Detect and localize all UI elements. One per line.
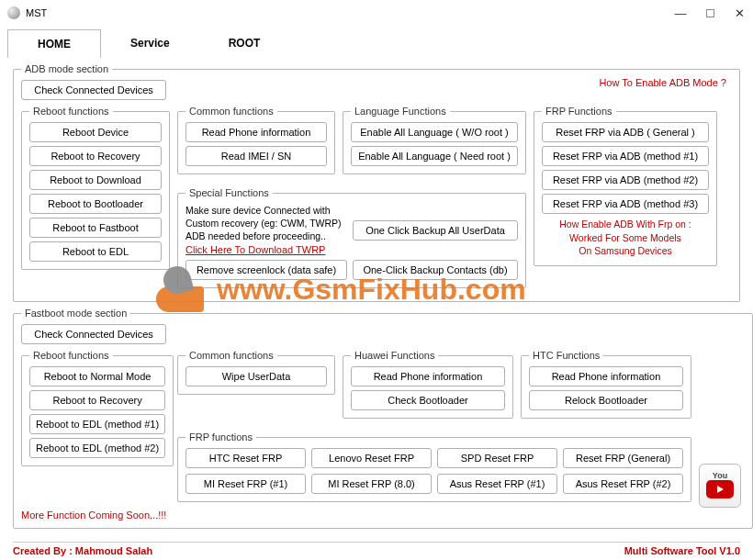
adb-reboot-group: Reboot functions Reboot Device Reboot to… bbox=[21, 106, 170, 270]
frp-note-line3: On Samsung Devices bbox=[542, 244, 709, 258]
enable-lang-needroot-button[interactable]: Enable All Language ( Need root ) bbox=[351, 146, 518, 166]
htc-legend: HTC Functions bbox=[529, 350, 603, 361]
frp-asus2-button[interactable]: Asus Reset FRP (#2) bbox=[563, 474, 683, 494]
fb-frp-legend: FRP functions bbox=[185, 431, 256, 442]
fb-reboot-edl1-button[interactable]: Reboot to EDL (method #1) bbox=[29, 414, 165, 434]
huawei-legend: Huawei Functions bbox=[351, 350, 438, 361]
maximize-button[interactable] bbox=[703, 6, 716, 19]
special-text-1: Make sure device Connected with Custom r… bbox=[185, 204, 347, 230]
frp-lenovo-button[interactable]: Lenovo Reset FRP bbox=[311, 448, 432, 468]
fb-reboot-edl2-button[interactable]: Reboot to EDL (method #2) bbox=[29, 438, 165, 458]
tab-home[interactable]: HOME bbox=[7, 29, 101, 58]
adb-common-legend: Common functions bbox=[185, 106, 277, 117]
reboot-bootloader-button[interactable]: Reboot to Bootloader bbox=[29, 194, 162, 214]
twrp-download-link[interactable]: Click Here To Download TWRP bbox=[185, 244, 325, 255]
adb-frp-group: FRP Functions Reset FRP via ADB ( Genera… bbox=[534, 106, 717, 266]
tab-root[interactable]: ROOT bbox=[199, 29, 290, 58]
minimize-button[interactable]: — bbox=[674, 6, 687, 19]
backup-contacts-button[interactable]: One-Click Backup Contacts (db) bbox=[353, 260, 518, 280]
remove-screenlock-button[interactable]: Remove screenlock (data safe) bbox=[185, 260, 347, 280]
frp-mi1-button[interactable]: MI Reset FRP (#1) bbox=[185, 474, 306, 494]
app-title: MST bbox=[26, 7, 47, 18]
frp-note: How Enable ADB With Frp on : Worked For … bbox=[542, 218, 709, 258]
adb-legend: ADB mode section bbox=[21, 63, 112, 74]
reboot-device-button[interactable]: Reboot Device bbox=[29, 122, 162, 142]
youtube-button[interactable]: You bbox=[699, 464, 741, 508]
frp-asus1-button[interactable]: Asus Reset FRP (#1) bbox=[437, 474, 557, 494]
fastboot-common-group: Common functions Wipe UserData bbox=[177, 350, 335, 395]
fb-reboot-normal-button[interactable]: Reboot to Normal Mode bbox=[29, 366, 165, 386]
frp-general-button[interactable]: Reset FRP via ADB ( General ) bbox=[542, 122, 709, 142]
fastboot-reboot-group: Reboot functions Reboot to Normal Mode R… bbox=[21, 350, 174, 466]
frp-spd-button[interactable]: SPD Reset FRP bbox=[437, 448, 557, 468]
close-button[interactable]: ✕ bbox=[733, 6, 746, 19]
frp-mi80-button[interactable]: MI Reset FRP (8.0) bbox=[311, 474, 432, 494]
enable-lang-woroot-button[interactable]: Enable All Language ( W/O root ) bbox=[351, 122, 518, 142]
youtube-icon bbox=[706, 480, 734, 498]
huawei-group: Huawei Functions Read Phone information … bbox=[343, 350, 513, 419]
reboot-edl-button[interactable]: Reboot to EDL bbox=[29, 241, 162, 262]
footer-credit: Created By : Mahmoud Salah bbox=[13, 545, 152, 556]
how-enable-adb-link[interactable]: How To Enable ADB Mode ? bbox=[599, 77, 726, 88]
frp-note-line2: Worked For Some Models bbox=[542, 231, 709, 245]
fastboot-section: Fastboot mode section Check Connected De… bbox=[13, 308, 753, 529]
fb-reboot-recovery-button[interactable]: Reboot to Recovery bbox=[29, 390, 165, 410]
tab-service[interactable]: Service bbox=[101, 29, 199, 58]
adb-lang-legend: Language Functions bbox=[351, 106, 450, 117]
frp-m2-button[interactable]: Reset FRP via ADB (method #2) bbox=[542, 170, 709, 190]
fb-common-legend: Common functions bbox=[185, 350, 277, 361]
special-text-2: ADB needed before proceeding.. bbox=[185, 230, 347, 242]
huawei-check-bl-button[interactable]: Check Bootloader bbox=[351, 390, 505, 410]
frp-m1-button[interactable]: Reset FRP via ADB (method #1) bbox=[542, 146, 709, 166]
adb-special-group: Special Functions Make sure device Conne… bbox=[177, 187, 526, 288]
main-tabs: HOME Service ROOT bbox=[7, 29, 746, 58]
fastboot-legend: Fastboot mode section bbox=[21, 308, 130, 319]
reboot-fastboot-button[interactable]: Reboot to Fastboot bbox=[29, 218, 162, 238]
fastboot-check-devices-button[interactable]: Check Connected Devices bbox=[21, 324, 166, 344]
backup-userdata-button[interactable]: One Click Backup All UserData bbox=[353, 220, 518, 241]
adb-check-devices-button[interactable]: Check Connected Devices bbox=[21, 80, 166, 100]
reboot-download-button[interactable]: Reboot to Download bbox=[29, 170, 162, 190]
read-phone-info-button[interactable]: Read Phone information bbox=[185, 122, 327, 142]
titlebar: MST — ✕ bbox=[0, 0, 753, 26]
huawei-read-info-button[interactable]: Read Phone information bbox=[351, 366, 505, 386]
htc-group: HTC Functions Read Phone information Rel… bbox=[521, 350, 691, 419]
adb-frp-legend: FRP Functions bbox=[542, 106, 616, 117]
htc-relock-button[interactable]: Relock Bootloader bbox=[529, 390, 683, 410]
reboot-recovery-button[interactable]: Reboot to Recovery bbox=[29, 146, 162, 166]
footer: Created By : Mahmoud Salah Multi Softwar… bbox=[13, 542, 740, 556]
footer-version: Multi Software Tool V1.0 bbox=[624, 545, 740, 556]
fastboot-frp-group: FRP functions HTC Reset FRP Lenovo Reset… bbox=[177, 431, 691, 502]
read-imei-button[interactable]: Read IMEI / SN bbox=[185, 146, 327, 166]
adb-special-legend: Special Functions bbox=[185, 187, 273, 198]
adb-reboot-legend: Reboot functions bbox=[29, 106, 113, 117]
frp-m3-button[interactable]: Reset FRP via ADB (method #3) bbox=[542, 194, 709, 214]
adb-language-group: Language Functions Enable All Language (… bbox=[343, 106, 526, 174]
adb-common-group: Common functions Read Phone information … bbox=[177, 106, 335, 174]
frp-general2-button[interactable]: Reset FRP (General) bbox=[563, 448, 683, 468]
frp-htc-button[interactable]: HTC Reset FRP bbox=[185, 448, 306, 468]
app-icon bbox=[7, 6, 20, 19]
htc-read-info-button[interactable]: Read Phone information bbox=[529, 366, 683, 386]
more-functions-text: More Function Coming Soon...!!! bbox=[21, 510, 745, 521]
wipe-userdata-button[interactable]: Wipe UserData bbox=[185, 366, 327, 386]
frp-note-line1: How Enable ADB With Frp on : bbox=[542, 218, 709, 231]
fastboot-reboot-legend: Reboot functions bbox=[29, 350, 113, 361]
adb-section: ADB mode section How To Enable ADB Mode … bbox=[13, 63, 740, 302]
